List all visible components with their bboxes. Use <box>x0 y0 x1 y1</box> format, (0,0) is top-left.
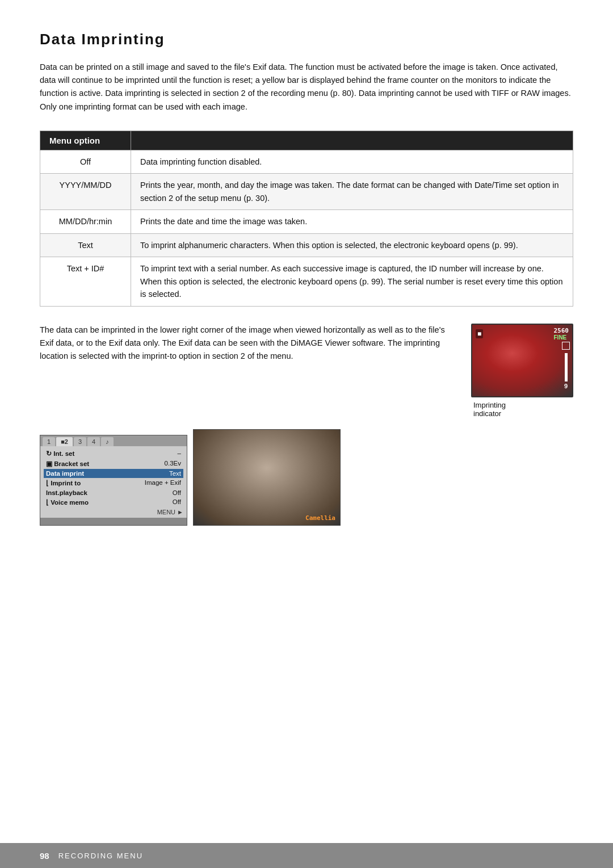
table-cell-option: MM/DD/hr:min <box>40 210 131 233</box>
bottom-text: The data can be imprinted in the lower r… <box>40 324 471 363</box>
table-row: OffData imprinting function disabled. <box>40 150 573 173</box>
intro-text: Data can be printed on a still image and… <box>40 61 573 114</box>
resolution-number: 2560 <box>554 327 569 334</box>
table-header-option: Menu option <box>40 131 131 150</box>
table-header-description <box>131 131 573 150</box>
table-cell-description: Prints the date and time the image was t… <box>131 210 573 233</box>
table-cell-option: Text + ID# <box>40 257 131 306</box>
menu-row-int-set: ↻ Int. set – <box>44 448 183 459</box>
frame-count: 9 <box>564 383 568 389</box>
table-row: Text + ID#To imprint text with a serial … <box>40 257 573 306</box>
table-row: MM/DD/hr:minPrints the date and time the… <box>40 210 573 233</box>
bottom-section: The data can be imprinted in the lower r… <box>40 324 573 418</box>
table-row: TextTo imprint alphanumeric characters. … <box>40 233 573 257</box>
menu-row-imprint-to: ⌊ Imprint to Image + Exif <box>44 478 183 488</box>
footer-page-number: 98 <box>40 851 49 861</box>
imprinting-indicator-label: Imprinting indicator <box>473 401 506 418</box>
page-content: Data Imprinting Data can be printed on a… <box>0 0 613 571</box>
camera-screen-top: ■ 2560 FINE 9 <box>471 324 573 397</box>
menu-tab-4[interactable]: 4 <box>87 437 100 446</box>
right-indicators: 9 <box>562 342 570 389</box>
table-cell-description: To imprint alphanumeric characters. When… <box>131 233 573 257</box>
menu-tab-music[interactable]: ♪ <box>101 437 114 446</box>
camera-screen-bottom: Camellia <box>193 429 341 526</box>
right-column: ■ 2560 FINE 9 Imprinting indicator <box>471 324 573 418</box>
table-cell-option: Off <box>40 150 131 173</box>
menu-tab-3[interactable]: 3 <box>74 437 86 446</box>
quality-label: FINE <box>554 334 569 341</box>
imprinting-bar <box>565 353 568 381</box>
page-title: Data Imprinting <box>40 31 573 48</box>
menu-footer: MENU ► <box>44 508 183 515</box>
images-row: 1 ■2 3 4 ♪ ↻ Int. set – ▣ Bracket set 0.… <box>40 429 573 526</box>
menu-row-voice-memo: ⌊ Voice memo Off <box>44 497 183 508</box>
rose-bottom-background <box>194 430 340 525</box>
table-cell-description: Data imprinting function disabled. <box>131 150 573 173</box>
table-cell-description: Prints the year, month, and day the imag… <box>131 174 573 210</box>
menu-table: Menu option OffData imprinting function … <box>40 131 573 307</box>
hud-numbers: 2560 FINE <box>554 327 569 341</box>
menu-row-data-imprint[interactable]: Data imprint Text <box>44 469 183 478</box>
table-row: YYYY/MM/DDPrints the year, month, and da… <box>40 174 573 210</box>
menu-row-inst-playback: Inst.playback Off <box>44 488 183 497</box>
menu-tab-2[interactable]: ■2 <box>56 437 73 446</box>
indicator-box <box>562 342 570 350</box>
menu-tab-1[interactable]: 1 <box>43 437 55 446</box>
camera-icon: ■ <box>476 329 483 338</box>
menu-tabs: 1 ■2 3 4 ♪ <box>40 435 187 446</box>
menu-screen: 1 ■2 3 4 ♪ ↻ Int. set – ▣ Bracket set 0.… <box>40 435 187 526</box>
table-cell-option: YYYY/MM/DD <box>40 174 131 210</box>
camellia-label: Camellia <box>305 514 335 522</box>
table-cell-description: To imprint text with a serial number. As… <box>131 257 573 306</box>
menu-row-bracket: ▣ Bracket set 0.3Ev <box>44 459 183 469</box>
footer-section-title: Recording Menu <box>58 852 143 860</box>
table-cell-option: Text <box>40 233 131 257</box>
page-footer: 98 Recording Menu <box>0 843 613 868</box>
camera-hud: ■ 2560 FINE <box>476 327 569 341</box>
menu-body: ↻ Int. set – ▣ Bracket set 0.3Ev Data im… <box>40 446 187 518</box>
